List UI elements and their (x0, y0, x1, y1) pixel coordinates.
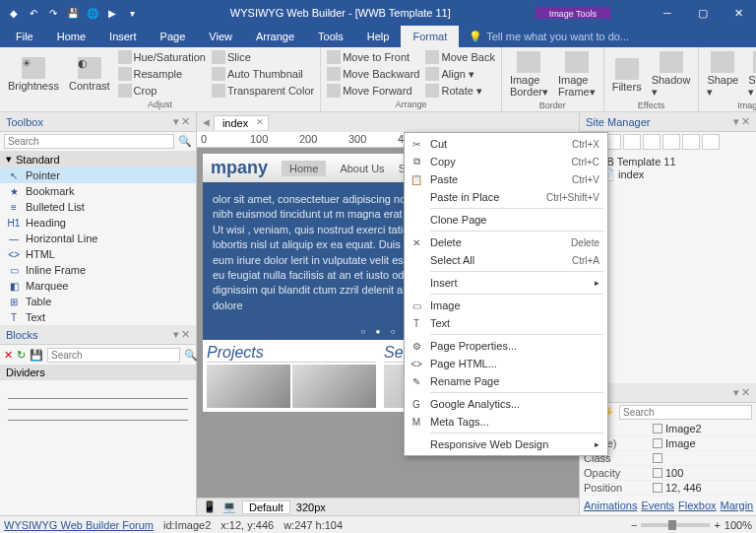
blocks-refresh-icon[interactable]: ↻ (17, 347, 26, 363)
redo-icon[interactable]: ↷ (45, 5, 61, 21)
shape-button[interactable]: Shape ▾ (703, 49, 742, 100)
panel-close-icon[interactable]: ✕ (741, 386, 750, 399)
publish-icon[interactable]: 🌐 (85, 5, 100, 21)
tab-page[interactable]: Page (149, 26, 198, 47)
sm-up-icon[interactable] (662, 134, 680, 150)
rotate-button[interactable]: Rotate ▾ (423, 83, 496, 99)
menu-item-google-analytics-[interactable]: GGoogle Analytics... (405, 395, 607, 413)
properties-search-input[interactable] (619, 405, 752, 420)
tab-view[interactable]: View (197, 26, 244, 47)
transparent-color-button[interactable]: Transparent Color (210, 83, 316, 99)
toolbox-item-pointer[interactable]: ↖Pointer (0, 167, 196, 183)
menu-item-page-properties-[interactable]: ⚙Page Properties... (405, 337, 607, 355)
preview-icon[interactable]: ▶ (104, 5, 120, 21)
menu-item-rename-page[interactable]: ✎Rename Page (405, 372, 607, 390)
tab-home[interactable]: Home (45, 26, 97, 47)
toolbox-item-heading[interactable]: H1Heading (0, 215, 196, 231)
menu-item-paste[interactable]: 📋PasteCtrl+V (405, 170, 607, 188)
menu-item-page-html-[interactable]: <>Page HTML... (405, 355, 607, 372)
slice-button[interactable]: Slice (210, 49, 316, 65)
sm-copy-icon[interactable] (623, 134, 641, 150)
breakpoint-default[interactable]: Default (242, 500, 290, 514)
panel-dropdown-icon[interactable]: ▾ (733, 115, 739, 128)
tab-close-icon[interactable]: ✕ (256, 117, 264, 127)
menu-item-text[interactable]: TText (405, 314, 607, 332)
panel-dropdown-icon[interactable]: ▾ (173, 115, 179, 128)
sm-down-icon[interactable] (682, 134, 700, 150)
divider-sample[interactable] (8, 409, 188, 410)
toolbox-item-horizontal-line[interactable]: —Horizontal Line (0, 231, 196, 246)
menu-item-select-all[interactable]: Select AllCtrl+A (405, 251, 607, 269)
toolbox-item-inline-frame[interactable]: ▭Inline Frame (0, 262, 196, 278)
zoom-slider[interactable] (641, 523, 710, 527)
auto-thumbnail-button[interactable]: Auto Thumbnail (210, 66, 316, 82)
blocks-search-input[interactable] (47, 348, 180, 363)
qat-dropdown-icon[interactable]: ▾ (124, 5, 140, 21)
search-icon[interactable]: 🔍 (178, 135, 192, 148)
brightness-button[interactable]: ☀Brightness (4, 55, 63, 94)
tab-format[interactable]: Format (401, 26, 459, 47)
menu-item-insert[interactable]: Insert▸ (405, 274, 607, 292)
maximize-button[interactable]: ▢ (685, 0, 721, 26)
move-to-front-button[interactable]: Move to Front (325, 49, 421, 65)
save-icon[interactable]: 💾 (65, 5, 81, 21)
document-tab-index[interactable]: index✕ (214, 115, 269, 130)
panel-close-icon[interactable]: ✕ (741, 115, 750, 128)
property-row[interactable]: Position12, 446 (580, 481, 756, 496)
menu-item-meta-tags-[interactable]: MMeta Tags... (405, 413, 607, 431)
menu-item-responsive-web-design[interactable]: Responsive Web Design▸ (405, 435, 607, 453)
resample-button[interactable]: Resample (116, 66, 208, 82)
sm-props-icon[interactable] (702, 134, 720, 150)
tab-file[interactable]: File (4, 26, 45, 47)
panel-dropdown-icon[interactable]: ▾ (733, 386, 739, 399)
align-button[interactable]: Align ▾ (423, 66, 496, 82)
menu-item-copy[interactable]: ⧉CopyCtrl+C (405, 153, 607, 170)
close-button[interactable]: ✕ (721, 0, 756, 26)
toolbox-item-html[interactable]: <>HTML (0, 246, 196, 262)
toolbox-item-text[interactable]: TText (0, 309, 196, 325)
contrast-button[interactable]: ◐Contrast (65, 55, 114, 94)
stencil-button[interactable]: Stencil ▾ (744, 49, 756, 100)
menu-item-clone-page[interactable]: Clone Page (405, 211, 607, 229)
undo-icon[interactable]: ↶ (26, 5, 41, 21)
toolbox-item-bookmark[interactable]: ★Bookmark (0, 183, 196, 199)
image-border-button[interactable]: Image Border▾ (506, 49, 552, 100)
move-backward-button[interactable]: Move Backward (325, 66, 421, 82)
toolbox-group-standard[interactable]: ▾Standard (0, 151, 196, 167)
hue-saturation-button[interactable]: Hue/Saturation (116, 49, 208, 65)
breakpoint-icon[interactable]: 💻 (222, 500, 236, 513)
tab-insert[interactable]: Insert (97, 26, 149, 47)
tree-item-index[interactable]: 📄 index (588, 168, 748, 181)
zoom-out-icon[interactable]: − (631, 519, 637, 531)
panel-dropdown-icon[interactable]: ▾ (173, 328, 179, 341)
menu-item-cut[interactable]: ✂CutCtrl+X (405, 135, 607, 153)
props-link-flexbox[interactable]: Flexbox (678, 500, 717, 511)
dividers-group[interactable]: Dividers (0, 365, 196, 380)
blocks-save-icon[interactable]: 💾 (30, 347, 43, 363)
search-icon[interactable]: 🔍 (184, 349, 198, 362)
sm-delete-icon[interactable] (643, 134, 661, 150)
panel-close-icon[interactable]: ✕ (181, 328, 190, 341)
filters-button[interactable]: Filters (608, 56, 646, 95)
zoom-in-icon[interactable]: + (714, 519, 720, 531)
tab-tools[interactable]: Tools (306, 26, 355, 47)
breakpoint-icon[interactable]: 📱 (203, 500, 217, 513)
shadow-button[interactable]: Shadow ▾ (648, 49, 695, 100)
toolbox-search-input[interactable] (4, 134, 174, 149)
props-link-margin[interactable]: Margin (721, 500, 754, 511)
tab-help[interactable]: Help (355, 26, 402, 47)
move-back-button[interactable]: Move Back (423, 49, 496, 65)
forum-link[interactable]: WYSIWYG Web Builder Forum (4, 519, 154, 531)
move-forward-button[interactable]: Move Forward (325, 83, 421, 99)
tree-root[interactable]: ▸ WB Template 11 (588, 156, 748, 168)
property-row[interactable]: Opacity100 (580, 466, 756, 481)
blocks-delete-icon[interactable]: ✕ (4, 347, 13, 363)
menu-item-paste-in-place[interactable]: Paste in PlaceCtrl+Shift+V (405, 188, 607, 206)
toolbox-item-table[interactable]: ⊞Table (0, 294, 196, 309)
toolbox-item-marquee[interactable]: ◧Marquee (0, 278, 196, 294)
crop-button[interactable]: Crop (116, 83, 208, 99)
toolbox-item-bulleted-list[interactable]: ≡Bulleted List (0, 199, 196, 215)
divider-sample[interactable] (8, 420, 188, 421)
menu-item-delete[interactable]: ✕DeleteDelete (405, 233, 607, 251)
divider-sample[interactable] (8, 398, 188, 399)
